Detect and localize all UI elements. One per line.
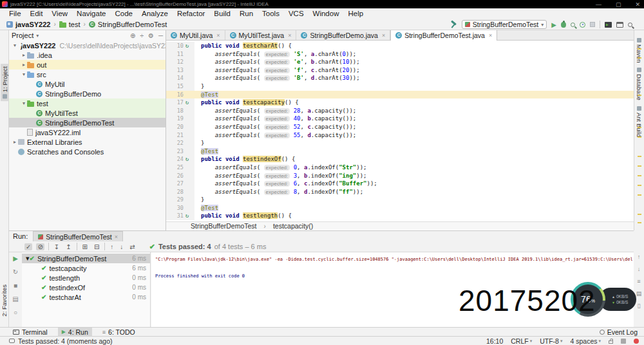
sidebar-item-maven[interactable]: Maven [636,38,643,63]
toolwindow-run[interactable]: ▶ 4: Run [58,328,92,337]
previous-test-icon[interactable]: ↑ [109,243,115,250]
tree-row-external-libraries[interactable]: ▸External Libraries [9,137,166,147]
rerun-failed-icon[interactable]: ↻ [13,268,18,275]
code-line[interactable]: 22↻} [166,139,634,147]
code-line[interactable]: 12↻ assertEquals( expected: 'e', b.charA… [166,58,634,66]
code-line[interactable]: 10↻public void testcharAt() { [166,42,634,50]
code-line[interactable]: 27↻ assertEquals( expected: 6, c.indexOf… [166,180,634,188]
run-tab[interactable]: StringBufferDemoTest × [33,231,123,241]
sidebar-item-ant-build[interactable]: Ant Build [636,106,643,137]
sort-by-duration-icon[interactable]: ↥ [64,243,72,250]
code-line[interactable]: 11↻ assertEquals( expected: 'S', a.charA… [166,50,634,59]
code-line[interactable]: 30↻@Test [166,204,634,212]
lock-icon[interactable] [609,340,613,344]
menu-item-help[interactable]: Help [344,10,367,17]
test-history-icon[interactable]: ▤ [12,295,18,303]
code-line[interactable]: 31↻public void testlength() { [166,212,634,220]
code-line[interactable]: 23↻@Test [166,147,634,156]
sidebar-item-favorites[interactable]: 2: Favorites [1,284,8,317]
soft-wrap-icon[interactable]: ≡ [637,278,640,284]
test-row-testlength[interactable]: ✔testlength0 ms [22,273,150,283]
tree-row-javasy222-iml[interactable]: javaSY222.iml [9,127,166,137]
close-icon[interactable]: × [382,32,385,39]
test-row-testcharat[interactable]: ✔testcharAt0 ms [22,292,150,302]
run-test-gutter-icon[interactable]: ↻ [185,212,192,220]
menu-item-vcs[interactable]: VCS [285,10,308,17]
show-passed-icon[interactable]: ✓ [24,243,32,250]
menu-item-tools[interactable]: Tools [258,10,283,17]
tab-stringbufferdemotest-java[interactable]: CStringBufferDemoTest.java× [390,30,497,41]
show-ignored-icon[interactable]: ⊘ [36,243,44,250]
toolwindow-terminal[interactable]: Terminal [9,328,52,337]
close-icon[interactable]: × [216,32,220,39]
run-test-gutter-icon[interactable]: ↻ [185,98,192,107]
code-line[interactable]: 16↻@Test [166,91,634,99]
gear-icon[interactable]: ⚙ [148,32,154,39]
menu-item-code[interactable]: Code [111,10,137,17]
tool-windows-icon[interactable] [616,22,623,28]
search-everywhere-icon[interactable] [628,23,632,27]
tree-chevron-icon[interactable]: ▾ [21,100,27,106]
code-line[interactable]: 28↻ assertEquals( expected: 8, d.indexOf… [166,188,634,196]
tree-row--idea[interactable]: ▸.idea [9,50,166,60]
code-line[interactable]: 19↻ assertEquals( expected: 40, b.capaci… [166,115,634,123]
pin-tab-icon[interactable]: ○ [14,309,17,316]
encoding-select[interactable]: UTF-8▾ [540,337,562,345]
menu-item-view[interactable]: View [48,10,71,17]
expand-all-icon[interactable]: ⊞ [81,243,89,250]
run-test-gutter-icon[interactable]: ↻ [185,155,192,163]
tree-row-src[interactable]: ▾src [9,70,166,79]
code-line[interactable]: 20↻ assertEquals( expected: 52, c.capaci… [166,123,634,131]
menu-item-file[interactable]: File [5,10,25,17]
scroll-up-icon[interactable]: ↑ [638,254,641,260]
tree-chevron-icon[interactable]: ▸ [21,52,27,58]
editor-breadcrumb-item[interactable]: StringBufferDemoTest [191,222,257,230]
menu-item-build[interactable]: Build [210,10,234,17]
line-separator-select[interactable]: CRLF▾ [511,337,532,345]
run-configuration-select[interactable]: StringBufferDemoTest ▾ [462,20,547,29]
code-line[interactable]: 13↻ assertEquals( expected: 'f', c.charA… [166,66,634,75]
tree-row-scratches-and-consoles[interactable]: Scratches and Consoles [9,147,166,156]
code-line[interactable]: 25↻ assertEquals( expected: 0, a.indexOf… [166,163,634,172]
tree-chevron-icon[interactable]: ▸ [21,62,27,68]
hide-panel-icon[interactable]: ─ [158,32,163,39]
breadcrumb-item[interactable]: javaSY222 [6,21,50,28]
test-row-testcapacity[interactable]: ✔testcapacity6 ms [22,263,150,273]
run-button[interactable]: ▶ [551,21,556,28]
close-icon[interactable]: × [489,32,492,39]
maximize-button[interactable]: ▢ [616,1,621,8]
tab-stringbufferdemo-java[interactable]: CStringBufferDemo.java× [296,30,390,40]
print-icon[interactable]: ▤ [636,290,642,297]
close-icon[interactable]: × [115,234,118,240]
tree-row-out[interactable]: ▸out [9,60,166,70]
export-test-results-icon[interactable]: ⇄ [128,243,136,250]
sidebar-item-project[interactable]: 1: Project [1,64,9,101]
status-message[interactable]: Tests passed: 4 (moments ago) [18,337,112,345]
tree-chevron-icon[interactable]: ▸ [12,139,18,145]
code-line[interactable]: 14↻ assertEquals( expected: 'B', d.charA… [166,74,634,82]
test-row-stringbufferdemotest[interactable]: ▾✔StringBufferDemoTest6 ms [22,254,150,263]
tree-row-test[interactable]: ▾test [9,98,166,108]
chevron-down-icon[interactable]: ▾ [36,33,39,39]
scroll-down-icon[interactable]: ↓ [638,266,641,272]
editor-breadcrumb-item[interactable]: testcapacity() [273,222,313,230]
inspections-icon[interactable] [621,339,626,344]
menu-item-edit[interactable]: Edit [26,10,47,17]
code-line[interactable]: 21↻ assertEquals( expected: 55, d.capaci… [166,131,634,140]
error-indicator-icon[interactable] [634,339,639,344]
caret-position[interactable]: 16:10 [486,337,503,345]
menu-item-window[interactable]: Window [309,10,343,17]
tab-myutil-java[interactable]: CMyUtil.java× [166,30,225,40]
sort-alphabetically-icon[interactable]: ↧ [53,243,61,250]
code-line[interactable]: 24↻public void testindexOf() { [166,155,634,163]
run-anything-icon[interactable] [605,22,612,28]
indent-select[interactable]: 4 spaces▾ [570,337,601,345]
menu-item-refactor[interactable]: Refactor [173,10,209,17]
profiler-button[interactable] [580,22,585,28]
menu-item-analyze[interactable]: Analyze [138,10,172,17]
breadcrumb-item[interactable]: CStringBufferDemoTest [89,21,167,28]
tree-row-myutil[interactable]: CMyUtil [9,79,166,89]
code-line[interactable]: 17↻public void testcapacity() { [166,98,634,107]
code-line[interactable]: 26↻ assertEquals( expected: 3, b.indexOf… [166,172,634,180]
tree-chevron-icon[interactable]: ▾ [12,42,18,48]
